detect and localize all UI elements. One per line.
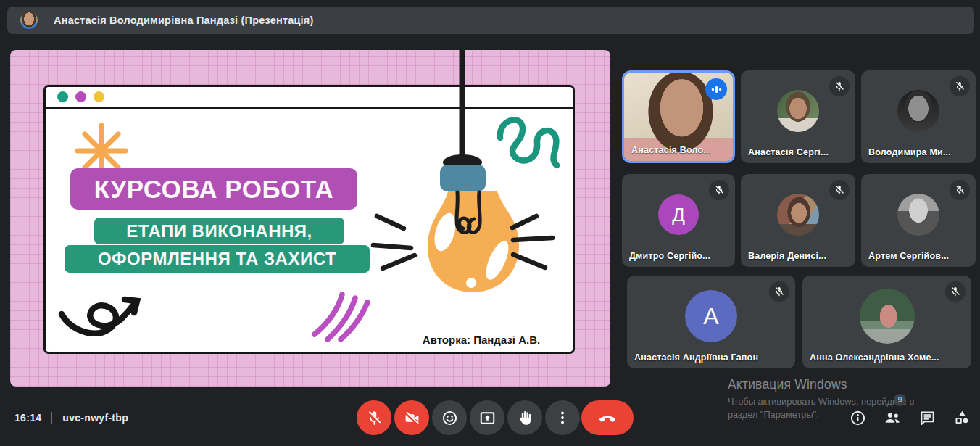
presenter-banner: Анастасія Володимирівна Пандазі (Презент… [7,7,974,34]
reactions-smiley-icon [441,409,459,427]
mic-button[interactable] [357,400,391,435]
end-call-icon [597,408,618,428]
participant-tile[interactable]: Анна Олександрівна Хоме... [802,276,971,368]
mic-off-icon [365,409,383,427]
participant-tile[interactable]: Валерія Денисі... [741,174,855,267]
people-icon [883,408,902,427]
camera-button[interactable] [394,400,429,435]
participant-name: Дмитро Сергійо... [629,251,713,261]
participant-name: Валерія Денисі... [748,251,834,261]
camera-off-icon [403,409,421,427]
present-screen-button[interactable] [470,400,504,435]
participant-name: Артем Сергійов... [868,251,954,261]
participant-tile[interactable]: А Анастасія Андріївна Гапон [627,276,795,368]
participant-name: Володимира Ми... [868,147,954,157]
more-options-button[interactable] [545,400,580,435]
window-dot-purple [75,91,86,102]
participant-tile[interactable]: Анастасія Сергі... [741,70,855,163]
slide-title-banner: КУРСОВА РОБОТА [70,168,357,210]
present-screen-icon [478,409,497,427]
slide-subtitle-line2: ОФОРМЛЕННЯ ТА ЗАХИСТ [98,249,336,269]
slide-title: КУРСОВА РОБОТА [94,175,334,204]
participant-name: Анна Олександрівна Хоме... [810,352,950,363]
window-dot-yellow [94,91,104,102]
mic-muted-icon [709,180,729,200]
more-options-icon [554,409,571,426]
reactions-button[interactable] [432,400,467,435]
participant-count-badge: 9 [894,394,906,406]
activities-button[interactable] [948,404,976,431]
mic-muted-icon [950,76,970,96]
slide-author: Авторка: Пандазі А.В. [405,334,557,346]
meet-control-bar: 16:14 uvc-nwyf-tbp [0,395,980,446]
mic-muted-icon [950,180,970,200]
window-dot-teal [57,91,68,102]
chat-icon [918,409,937,427]
presenter-name-label: Анастасія Володимирівна Пандазі (Презент… [54,15,314,26]
mic-muted-icon [829,76,850,96]
activities-icon [952,408,971,427]
participant-tile[interactable]: Артем Сергійов... [861,174,976,267]
photo-avatar [897,90,939,132]
initial-avatar: А [685,290,737,342]
end-call-button[interactable] [581,400,634,435]
mic-muted-icon [829,180,850,200]
photo-avatar [860,289,915,344]
participant-name: Анастасія Андріївна Гапон [634,352,773,363]
show-participants-button[interactable] [879,404,906,431]
meeting-code: uvc-nwyf-tbp [62,412,128,424]
presenter-avatar [20,12,38,29]
participant-name: Анастасія Сергі... [748,147,834,157]
meta-divider [51,412,52,424]
clock-time: 16:14 [14,412,41,424]
info-icon [849,409,867,427]
mic-muted-icon [945,281,966,302]
slide-browser-header [46,87,573,109]
shared-presentation: КУРСОВА РОБОТА ЕТАПИ ВИКОНАННЯ, ОФОРМЛЕН… [10,50,610,387]
raise-hand-icon [515,408,534,427]
slide-subtitle-line1: ЕТАПИ ВИКОНАННЯ, [126,221,312,241]
participant-tile[interactable]: Анастасія Воло... [622,70,735,163]
raise-hand-button[interactable] [507,400,542,435]
participant-name: Анастасія Воло... [631,145,711,155]
slide-subtitle-banner-1: ЕТАПИ ВИКОНАННЯ, [94,218,344,244]
photo-avatar [897,194,939,236]
chat-button[interactable] [913,404,941,431]
watermark-line1: Активация Windows [728,377,914,392]
photo-avatar [777,194,819,236]
initial-avatar: Д [658,194,699,235]
participant-tile[interactable]: Володимира Ми... [861,70,976,163]
meeting-meta: 16:14 uvc-nwyf-tbp [14,395,128,440]
meeting-details-button[interactable] [844,404,871,431]
slide-subtitle-banner-2: ОФОРМЛЕННЯ ТА ЗАХИСТ [65,245,370,273]
photo-avatar [777,90,819,132]
speaking-indicator-icon [705,78,727,100]
mic-muted-icon [769,281,789,302]
participant-tile[interactable]: Д Дмитро Сергійо... [622,174,735,267]
